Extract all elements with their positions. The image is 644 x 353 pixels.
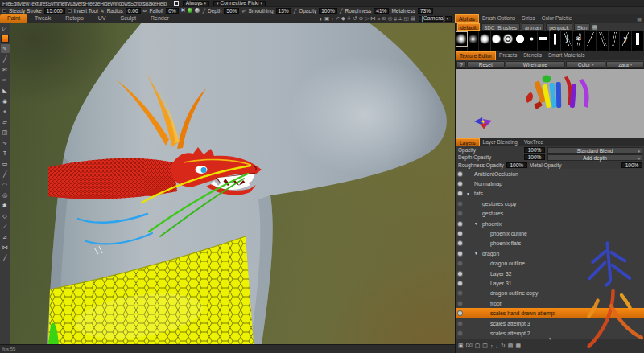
- arrow-up-icon[interactable]: ↑: [331, 16, 333, 22]
- plane-tool[interactable]: ⊿: [1, 232, 10, 241]
- smooth-icon[interactable]: ≈: [378, 16, 381, 22]
- layer-row[interactable]: froof: [456, 298, 644, 308]
- layer-visibility-eye-icon[interactable]: [458, 172, 462, 176]
- layer-visibility-eye-icon[interactable]: [458, 252, 462, 256]
- ellipse-tool[interactable]: ◎: [1, 191, 10, 199]
- layer-row[interactable]: Layer 31: [456, 278, 644, 288]
- wireframe-icon[interactable]: ⋈: [370, 15, 376, 22]
- picking-mode-dropdown[interactable]: ▾ Connective Picki ▾: [213, 1, 266, 6]
- scroll-hint-icon[interactable]: ▾: [456, 336, 644, 341]
- target-icon[interactable]: ◎: [388, 15, 393, 22]
- layer-row[interactable]: dragon outline: [456, 259, 644, 269]
- panel-tab[interactable]: Color Palette: [539, 14, 576, 23]
- workspace-tab[interactable]: UV: [91, 14, 114, 23]
- panel-menu-icon[interactable]: ▤: [637, 14, 644, 23]
- rotate-icon[interactable]: ↺: [353, 15, 357, 22]
- layer-visibility-eye-icon[interactable]: [458, 311, 462, 315]
- menu-item[interactable]: Layers: [70, 1, 85, 6]
- green-sphere-icon[interactable]: [188, 8, 192, 13]
- layer-row[interactable]: Layer 32: [456, 269, 644, 278]
- depth-value[interactable]: 50%: [224, 8, 239, 14]
- layer-row[interactable]: gestures copy: [456, 199, 644, 208]
- ring-alpha[interactable]: [502, 31, 514, 47]
- workspace-tab[interactable]: Paint: [0, 14, 27, 23]
- primitives-tool[interactable]: ◇: [1, 211, 10, 220]
- arrow-diagonal-icon[interactable]: ↗: [335, 15, 339, 22]
- stroke-tool[interactable]: ⟋: [1, 222, 10, 231]
- help-button[interactable]: ?: [456, 61, 466, 68]
- vertical-capsule[interactable]: [550, 31, 562, 47]
- merge-icon[interactable]: ▤: [508, 343, 514, 349]
- play-icon[interactable]: ▷: [365, 15, 369, 22]
- invert-tool-checkbox[interactable]: [68, 9, 72, 13]
- layer-visibility-eye-icon[interactable]: [458, 241, 462, 245]
- layer-visibility-eye-icon[interactable]: [458, 222, 462, 226]
- layer-visibility-eye-icon[interactable]: [458, 191, 462, 195]
- text-tool[interactable]: T: [1, 149, 10, 158]
- smoothing-value[interactable]: 13%: [276, 8, 291, 14]
- workspace-tab[interactable]: Render: [143, 14, 176, 23]
- mannequin-icon[interactable]: ⟂: [398, 15, 402, 22]
- split-view-icon[interactable]: ◱: [403, 15, 408, 22]
- delete-layer-icon[interactable]: ⌧: [466, 343, 473, 349]
- panel-tab[interactable]: Layer Blending: [480, 138, 521, 146]
- roughness-value[interactable]: 41%: [374, 8, 389, 14]
- alpha-group-tab[interactable]: Skin: [574, 23, 591, 31]
- solid-circle[interactable]: [514, 31, 526, 47]
- paint-brush-tool[interactable]: ✎: [1, 44, 10, 53]
- menu-item[interactable]: View: [19, 1, 29, 6]
- symmetry-x-icon[interactable]: ✕: [181, 7, 186, 14]
- brush-icon[interactable]: ✎: [101, 8, 105, 14]
- fx-tool[interactable]: ✱: [1, 201, 10, 210]
- stitches-alpha[interactable]: ≋: [573, 31, 585, 47]
- menu-item[interactable]: Freeze: [85, 1, 100, 6]
- pen-icon[interactable]: ✏: [143, 8, 147, 14]
- layer-row[interactable]: Normalmap: [456, 179, 644, 188]
- layer-row[interactable]: AmbientOcclusion: [456, 169, 644, 179]
- branch-alpha[interactable]: y: [620, 31, 632, 47]
- move-icon[interactable]: ✚: [347, 15, 351, 22]
- layer-row[interactable]: gestures: [456, 209, 644, 219]
- workspace-tab[interactable]: Tweak: [27, 14, 58, 23]
- zoom-icon[interactable]: ⊕: [359, 15, 363, 22]
- layer-visibility-eye-icon[interactable]: [458, 322, 462, 326]
- layer-expander-icon[interactable]: ▾: [475, 251, 482, 256]
- panel-tab[interactable]: Stencils: [520, 51, 545, 60]
- menu-item[interactable]: Edit: [10, 1, 19, 6]
- steady-stroke-checkbox[interactable]: [2, 9, 6, 13]
- spline-tool[interactable]: ╱: [1, 253, 10, 262]
- contrast-icon[interactable]: ◐: [320, 16, 323, 22]
- layer-visibility-eye-icon[interactable]: [458, 211, 462, 215]
- alpha-group-tab[interactable]: penpack: [546, 23, 572, 31]
- reset-button[interactable]: Reset: [467, 61, 505, 68]
- panels-icon[interactable]: ▤: [411, 15, 415, 22]
- layer-visibility-eye-icon[interactable]: [458, 261, 462, 265]
- panel-tab[interactable]: Smart Materials: [545, 51, 588, 60]
- panel-tab[interactable]: Alphas: [455, 14, 479, 23]
- vertical-bar[interactable]: [632, 31, 644, 47]
- folder-icon[interactable]: ▦: [515, 343, 521, 349]
- panel-tab[interactable]: Layers: [456, 138, 480, 146]
- falloff-value[interactable]: 0%: [166, 8, 178, 14]
- always-dropdown[interactable]: Always▾: [183, 1, 209, 6]
- soft-round-1[interactable]: [456, 31, 468, 47]
- new-layer-icon[interactable]: ▣: [458, 343, 464, 349]
- symmetry-butterfly-tool[interactable]: ⋈: [1, 243, 10, 252]
- curves-tool[interactable]: ∿: [1, 138, 10, 147]
- fill-tool[interactable]: ◣: [1, 86, 10, 95]
- image-icon[interactable]: ▣: [324, 15, 329, 22]
- alpha-group-tab[interactable]: artman: [522, 23, 544, 31]
- stamp-tool[interactable]: ⌖: [1, 107, 10, 116]
- uv-set-dropdown[interactable]: zara▾: [606, 61, 644, 68]
- depth-mode-dropdown[interactable]: Add depth▾: [547, 154, 642, 161]
- shapes-tool[interactable]: ▱: [1, 117, 10, 126]
- move-down-icon[interactable]: ↓: [495, 343, 498, 349]
- layer-visibility-eye-icon[interactable]: [458, 291, 462, 295]
- workspace-tab[interactable]: Retopo: [58, 14, 91, 23]
- panel-tab[interactable]: Brush Options: [479, 14, 518, 23]
- layer-visibility-eye-icon[interactable]: [458, 281, 462, 285]
- layer-row[interactable]: phoenix flats: [456, 239, 644, 248]
- window-icon[interactable]: [174, 1, 179, 6]
- airbrush-tool[interactable]: ◉: [1, 96, 10, 105]
- wireframe-button[interactable]: Wireframe: [506, 61, 565, 68]
